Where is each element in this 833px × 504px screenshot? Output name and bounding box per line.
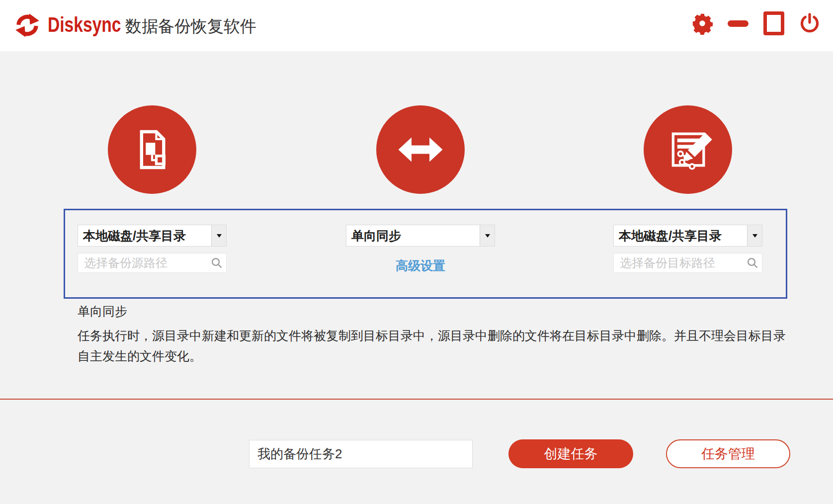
target-path-input[interactable] [613, 253, 762, 273]
disksync-logo-icon [14, 12, 41, 39]
caret-down-icon [752, 234, 757, 238]
minimize-icon[interactable] [726, 11, 750, 36]
app-title: 数据备份恢复软件 [125, 15, 256, 38]
power-close-icon[interactable] [797, 11, 822, 36]
source-type-dropdown[interactable]: 本地磁盘/共享目录 [78, 225, 227, 247]
target-type-dropdown[interactable]: 本地磁盘/共享目录 [613, 225, 762, 247]
source-dropdown-button[interactable] [211, 225, 226, 246]
target-type-value: 本地磁盘/共享目录 [614, 225, 747, 246]
sync-mode-column: 单向同步 高级设置 [346, 225, 495, 274]
advanced-settings-link[interactable]: 高级设置 [346, 257, 495, 274]
target-column: 本地磁盘/共享目录 [613, 225, 762, 273]
section-divider [0, 399, 833, 400]
target-browse-search-icon[interactable] [746, 256, 759, 270]
mode-description: 任务执行时，源目录中新建和更新的文件将被复制到目标目录中，源目录中删除的文件将在… [78, 326, 788, 366]
brand-name: Disksync [48, 13, 121, 37]
report-edit-icon [662, 123, 714, 176]
mode-title: 单向同步 [78, 303, 127, 320]
double-arrow-icon [394, 123, 447, 176]
target-circle [644, 105, 732, 194]
title-bar: Disksync 数据备份恢复软件 [0, 0, 833, 51]
sync-mode-dropdown-button[interactable] [480, 225, 495, 246]
caret-down-icon [217, 234, 222, 238]
source-column: 本地磁盘/共享目录 [78, 225, 227, 273]
task-name-input[interactable] [249, 440, 473, 468]
task-manage-button[interactable]: 任务管理 [666, 439, 790, 468]
source-circle [108, 105, 196, 194]
source-browse-search-icon[interactable] [210, 256, 224, 270]
settings-gear-icon[interactable] [690, 11, 715, 36]
caret-down-icon [485, 234, 490, 238]
maximize-icon[interactable] [761, 11, 786, 36]
app-window: Disksync 数据备份恢复软件 [0, 0, 833, 504]
create-task-button[interactable]: 创建任务 [508, 439, 633, 468]
source-path-input[interactable] [78, 253, 227, 273]
target-dropdown-button[interactable] [747, 225, 762, 246]
sync-mode-dropdown[interactable]: 单向同步 [346, 225, 495, 247]
sync-mode-value: 单向同步 [346, 225, 480, 246]
minimize-bar [728, 20, 749, 27]
source-type-value: 本地磁盘/共享目录 [78, 225, 211, 246]
document-flowchart-icon [126, 123, 178, 176]
maximize-square [763, 11, 784, 35]
sync-mode-circle [376, 105, 465, 194]
